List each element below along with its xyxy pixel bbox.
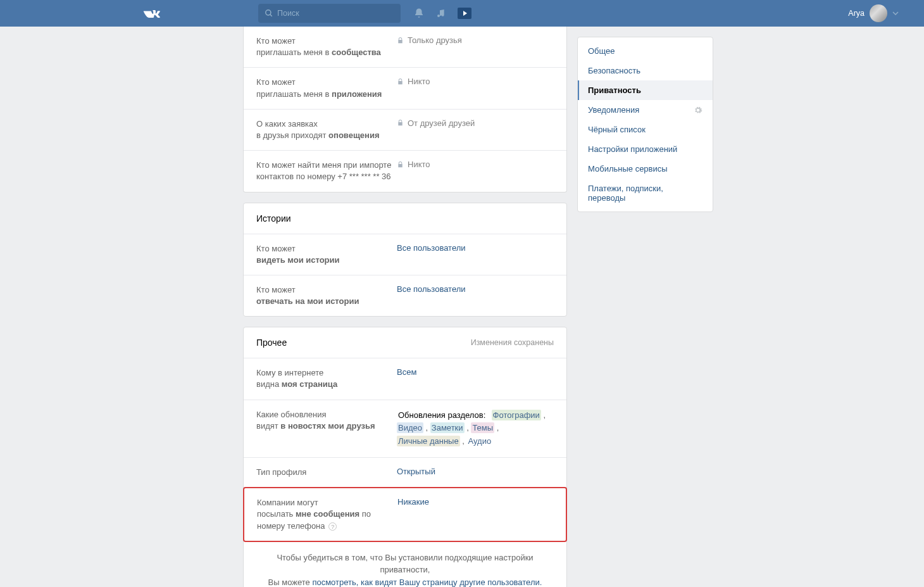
avatar xyxy=(870,4,887,22)
search-input[interactable]: Поиск xyxy=(258,4,401,23)
section-title: Истории xyxy=(244,203,566,234)
save-status: Изменения сохранены xyxy=(471,338,554,347)
setting-row[interactable]: Какие обновления видят в новостях мои др… xyxy=(244,400,566,458)
stories-panel: Истории Кто может видеть мои истории Все… xyxy=(243,203,567,317)
highlighted-setting: Компании могут посылать мне сообщения по… xyxy=(243,487,567,542)
other-panel: Прочее Изменения сохранены Кому в интерн… xyxy=(243,327,567,587)
lock-icon xyxy=(397,37,404,44)
help-icon[interactable]: ? xyxy=(328,522,337,531)
nav-general[interactable]: Общее xyxy=(578,41,713,61)
footer-note: Чтобы убедиться в том, что Вы установили… xyxy=(244,541,566,587)
row-value: От друзей друзей xyxy=(397,118,554,141)
row-value: Никто xyxy=(397,77,554,99)
music-icon[interactable] xyxy=(436,8,446,18)
lock-icon xyxy=(397,161,404,168)
row-value: Обновления разделов: Фотографии , Видео … xyxy=(397,409,554,448)
row-value: Никакие xyxy=(397,497,553,532)
nav-app-settings[interactable]: Настройки приложений xyxy=(578,139,713,159)
row-value: Все пользователи xyxy=(397,284,554,307)
row-label: Компании могут посылать мне сообщения по… xyxy=(257,497,397,532)
svg-line-1 xyxy=(270,15,272,16)
search-placeholder: Поиск xyxy=(277,9,299,18)
row-value: Только друзья xyxy=(397,35,554,58)
row-value: Всем xyxy=(397,367,554,390)
nav-payments[interactable]: Платежи, подписки, переводы xyxy=(578,179,713,208)
setting-row[interactable]: О каких заявках в друзья приходят оповещ… xyxy=(244,110,566,151)
view-as-link[interactable]: посмотреть, как видят Вашу страницу друг… xyxy=(312,578,542,587)
setting-row[interactable]: Кто может приглашать меня в приложения Н… xyxy=(244,68,566,109)
tag-personal[interactable]: Личные данные xyxy=(397,436,460,446)
tag-topics[interactable]: Темы xyxy=(471,422,494,433)
video-icon[interactable] xyxy=(458,8,471,19)
bell-icon[interactable] xyxy=(413,8,425,19)
setting-row[interactable]: Компании могут посылать мне сообщения по… xyxy=(244,488,566,541)
vk-logo[interactable] xyxy=(142,4,160,22)
section-title: Прочее Изменения сохранены xyxy=(244,327,566,358)
setting-row[interactable]: Кто может отвечать на мои истории Все по… xyxy=(244,275,566,316)
setting-row[interactable]: Кому в интернете видна моя страница Всем xyxy=(244,358,566,400)
row-label: Кому в интернете видна моя страница xyxy=(256,367,397,390)
nav-security[interactable]: Безопасность xyxy=(578,61,713,80)
nav-notifications[interactable]: Уведомления xyxy=(578,100,713,120)
lock-icon xyxy=(397,119,404,127)
row-label: Кто может найти меня при импорте контакт… xyxy=(256,160,397,182)
row-value: Все пользователи xyxy=(397,243,554,266)
tag-audio[interactable]: Аудио xyxy=(467,436,493,446)
row-value: Открытый xyxy=(397,467,554,478)
tag-notes[interactable]: Заметки xyxy=(430,422,465,433)
tag-photos[interactable]: Фотографии xyxy=(492,410,541,420)
setting-row[interactable]: Кто может видеть мои истории Все пользов… xyxy=(244,234,566,275)
nav-blacklist[interactable]: Чёрный список xyxy=(578,120,713,139)
header-icons xyxy=(413,8,471,19)
svg-point-0 xyxy=(266,10,271,15)
row-value: Никто xyxy=(397,160,554,182)
contact-settings-panel: Кто может приглашать меня в сообщества Т… xyxy=(243,27,567,193)
setting-row[interactable]: Тип профиля Открытый xyxy=(244,458,566,488)
row-label: Какие обновления видят в новостях мои др… xyxy=(256,409,397,448)
profile-menu[interactable]: Arya xyxy=(848,4,899,22)
row-label: Тип профиля xyxy=(256,467,397,478)
row-label: Кто может приглашать меня в сообщества xyxy=(256,35,397,58)
setting-row[interactable]: Кто может найти меня при импорте контакт… xyxy=(244,151,566,191)
tag-video[interactable]: Видео xyxy=(397,422,423,433)
settings-nav: Общее Безопасность Приватность Уведомлен… xyxy=(577,37,713,212)
gear-icon[interactable] xyxy=(694,106,702,115)
setting-row[interactable]: Кто может приглашать меня в сообщества Т… xyxy=(244,27,566,68)
nav-mobile[interactable]: Мобильные сервисы xyxy=(578,159,713,179)
lock-icon xyxy=(397,78,404,85)
nav-privacy[interactable]: Приватность xyxy=(578,80,713,100)
chevron-down-icon xyxy=(892,11,899,15)
username: Arya xyxy=(848,9,865,18)
row-label: Кто может приглашать меня в приложения xyxy=(256,77,397,99)
row-label: Кто может видеть мои истории xyxy=(256,243,397,266)
row-label: О каких заявках в друзья приходят оповещ… xyxy=(256,118,397,141)
top-header: Поиск Arya xyxy=(0,0,924,27)
row-label: Кто может отвечать на мои истории xyxy=(256,284,397,307)
